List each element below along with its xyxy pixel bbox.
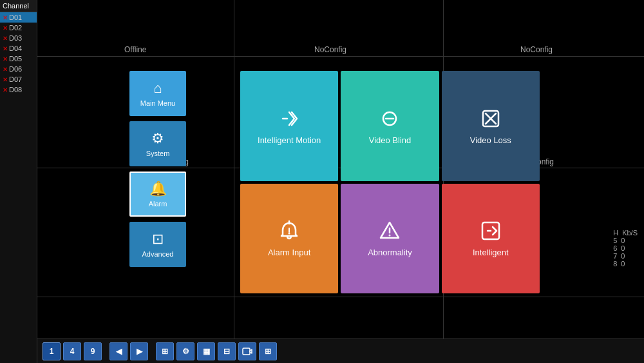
stats-header-h: H bbox=[613, 229, 618, 237]
abnormality-label: Abnormality bbox=[368, 248, 412, 257]
toolbar-btn-1[interactable]: 1 bbox=[43, 342, 61, 360]
system-button[interactable]: ⚙ System bbox=[129, 121, 186, 166]
toolbar-icon-1: 1 bbox=[50, 347, 54, 356]
toolbar-icon-9: 9 bbox=[91, 347, 95, 356]
video-loss-icon bbox=[479, 107, 502, 130]
bell-icon: 🔔 bbox=[149, 181, 167, 197]
main-menu-button[interactable]: ⌂ Main Menu bbox=[129, 71, 186, 116]
channel-list: ✕D01✕D02✕D03✕D04✕D05✕D06✕D07✕D08 bbox=[0, 12, 37, 95]
grid-icon: ⊞ bbox=[265, 347, 271, 356]
noconfig-label-1: NoConfig bbox=[314, 45, 346, 54]
toolbar-btn-settings[interactable]: ⚙ bbox=[176, 342, 194, 360]
layout-icon: ⊞ bbox=[162, 347, 168, 356]
alarm-input-label: Alarm Input bbox=[268, 248, 310, 257]
intelligent-tile[interactable]: Intelligent bbox=[442, 184, 540, 294]
arrow-left-icon: ◀ bbox=[116, 347, 122, 356]
channel-sidebar: Channel ✕D01✕D02✕D03✕D04✕D05✕D06✕D07✕D08 bbox=[0, 0, 37, 363]
video-blind-icon bbox=[378, 107, 401, 130]
divider-line bbox=[234, 0, 234, 338]
stats-panel: H Kb/S 5 0 6 0 7 0 8 0 bbox=[613, 229, 638, 268]
tiles-panel: Intelligent Motion Video Blind Video Los… bbox=[240, 71, 540, 293]
main-area: Offline NoConfig NoConfig NoConfig NoCon… bbox=[37, 0, 644, 338]
channel-label: D05 bbox=[9, 55, 22, 63]
channel-label: D03 bbox=[9, 34, 22, 42]
channel-status-icon: ✕ bbox=[3, 25, 8, 32]
channel-item-d02[interactable]: ✕D02 bbox=[0, 23, 37, 33]
abnormality-icon bbox=[378, 219, 401, 242]
toolbar-btn-prev[interactable]: ◀ bbox=[109, 342, 128, 360]
alarm-input-tile[interactable]: Alarm Input bbox=[240, 184, 338, 294]
sidebar-title: Channel bbox=[0, 0, 37, 12]
monitor-icon: ▦ bbox=[203, 347, 210, 356]
offline-label: Offline bbox=[124, 45, 146, 54]
channel-status-icon: ✕ bbox=[3, 45, 8, 52]
channel-item-d07[interactable]: ✕D07 bbox=[0, 74, 37, 84]
channel-status-icon: ✕ bbox=[3, 14, 8, 21]
channel-status-icon: ✕ bbox=[3, 66, 8, 73]
channel-status-icon: ✕ bbox=[3, 35, 8, 42]
toolbar-btn-grid[interactable]: ⊞ bbox=[259, 342, 277, 360]
gear-icon: ⚙ bbox=[151, 130, 164, 147]
main-menu-label: Main Menu bbox=[140, 99, 175, 107]
channel-status-icon: ✕ bbox=[3, 76, 8, 83]
channel-item-d04[interactable]: ✕D04 bbox=[0, 43, 37, 54]
toolbar-btn-layout[interactable]: ⊞ bbox=[156, 342, 174, 360]
menu-panel: ⌂ Main Menu ⚙ System 🔔 Alarm ⊡ Advanced bbox=[129, 71, 187, 267]
toolbar-btn-9[interactable]: 9 bbox=[84, 342, 102, 360]
stats-row-5-val: 0 bbox=[621, 237, 625, 244]
abnormality-tile[interactable]: Abnormality bbox=[341, 184, 439, 294]
channel-status-icon: ✕ bbox=[3, 55, 8, 63]
bottom-toolbar: 1 4 9 ◀ ▶ ⊞ ⚙ ▦ ⊟ ⊞ bbox=[37, 338, 644, 363]
stats-row-8-val: 0 bbox=[621, 260, 625, 268]
stats-header-kbs: Kb/S bbox=[622, 229, 638, 237]
toolbar-btn-next[interactable]: ▶ bbox=[130, 342, 148, 360]
alarm-label: Alarm bbox=[149, 200, 167, 208]
system-label: System bbox=[146, 150, 170, 157]
toolbar-btn-monitor[interactable]: ▦ bbox=[197, 342, 215, 360]
channel-item-d06[interactable]: ✕D06 bbox=[0, 64, 37, 74]
box-icon: ⊡ bbox=[152, 231, 164, 248]
divider-line bbox=[37, 297, 644, 297]
video-loss-label: Video Loss bbox=[470, 135, 511, 145]
intelligent-motion-tile[interactable]: Intelligent Motion bbox=[240, 71, 338, 181]
toolbar-btn-4[interactable]: 4 bbox=[63, 342, 81, 360]
channel-label: D04 bbox=[9, 44, 22, 52]
channel-item-d05[interactable]: ✕D05 bbox=[0, 54, 37, 64]
toolbar-btn-network[interactable]: ⊟ bbox=[218, 342, 236, 360]
toolbar-btn-camera[interactable] bbox=[238, 342, 256, 360]
stats-row-7-label: 7 bbox=[613, 252, 617, 260]
channel-label: D01 bbox=[9, 14, 22, 21]
channel-status-icon: ✕ bbox=[3, 86, 8, 93]
settings-icon: ⚙ bbox=[182, 347, 189, 356]
channel-label: D06 bbox=[9, 65, 22, 73]
channel-label: D08 bbox=[9, 86, 22, 93]
video-blind-tile[interactable]: Video Blind bbox=[341, 71, 439, 181]
video-blind-label: Video Blind bbox=[369, 135, 412, 145]
advanced-button[interactable]: ⊡ Advanced bbox=[129, 222, 186, 267]
svg-point-9 bbox=[389, 235, 391, 237]
stats-row-5-label: 5 bbox=[613, 237, 617, 244]
channel-item-d08[interactable]: ✕D08 bbox=[0, 84, 37, 95]
motion-icon bbox=[278, 107, 301, 130]
alarm-button[interactable]: 🔔 Alarm bbox=[129, 172, 186, 217]
noconfig-label-2: NoConfig bbox=[520, 45, 553, 54]
stats-row-6-label: 6 bbox=[613, 244, 617, 252]
stats-row-8-label: 8 bbox=[613, 260, 617, 268]
channel-item-d03[interactable]: ✕D03 bbox=[0, 33, 37, 43]
channel-label: D07 bbox=[9, 75, 22, 83]
intelligent-label: Intelligent bbox=[473, 248, 509, 257]
stats-row-6-val: 0 bbox=[621, 244, 625, 252]
channel-item-d01[interactable]: ✕D01 bbox=[0, 12, 37, 23]
camera-icon bbox=[242, 346, 252, 357]
intelligent-motion-label: Intelligent Motion bbox=[258, 135, 321, 145]
svg-rect-11 bbox=[243, 348, 250, 355]
divider-line bbox=[37, 56, 644, 57]
home-icon: ⌂ bbox=[153, 80, 162, 97]
video-loss-tile[interactable]: Video Loss bbox=[442, 71, 540, 181]
arrow-right-icon: ▶ bbox=[137, 347, 142, 356]
toolbar-icon-4: 4 bbox=[70, 347, 75, 356]
network-icon: ⊟ bbox=[223, 347, 230, 356]
channel-label: D02 bbox=[9, 24, 22, 32]
svg-point-7 bbox=[289, 233, 290, 235]
stats-row-7-val: 0 bbox=[621, 252, 625, 260]
